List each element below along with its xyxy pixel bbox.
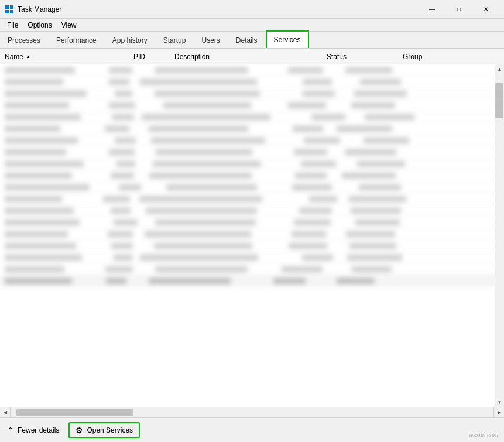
svg-rect-3 <box>10 10 13 13</box>
close-button[interactable]: ✕ <box>472 0 499 19</box>
svg-rect-1 <box>10 5 13 9</box>
tab-details[interactable]: Details <box>228 32 265 48</box>
table-row <box>0 205 504 217</box>
svg-rect-0 <box>5 5 9 9</box>
col-name-label: Name <box>5 53 23 61</box>
watermark: wsxdn.com <box>469 432 498 438</box>
window-title: Task Manager <box>18 5 419 13</box>
footer: ⌃ Fewer details ⚙ Open Services wsxdn.co… <box>0 417 504 442</box>
fewer-details-button[interactable]: ⌃ Fewer details <box>7 426 59 435</box>
horizontal-scrollbar[interactable]: ◀ ▶ <box>0 407 504 417</box>
svg-rect-2 <box>5 10 9 13</box>
table-row <box>0 88 504 100</box>
services-table[interactable]: ▲ ▼ <box>0 64 504 407</box>
table-row <box>0 146 504 158</box>
table-row <box>0 64 504 76</box>
title-bar: Task Manager — □ ✕ <box>0 0 504 19</box>
table-row <box>0 217 504 228</box>
tab-startup[interactable]: Startup <box>156 32 194 48</box>
col-group-label: Group <box>403 53 422 61</box>
table-row <box>0 123 504 135</box>
tab-bar: Processes Performance App history Startu… <box>0 32 504 49</box>
fewer-details-label: Fewer details <box>18 426 59 434</box>
table-row <box>0 76 504 88</box>
col-pid-label: PID <box>133 53 145 61</box>
tab-performance[interactable]: Performance <box>49 32 104 48</box>
maximize-button[interactable]: □ <box>445 0 472 19</box>
column-headers: Name ▲ PID Description Status Group <box>0 49 504 64</box>
table-row <box>0 111 504 123</box>
table-row <box>0 193 504 205</box>
open-services-button[interactable]: ⚙ Open Services <box>68 422 140 438</box>
col-header-status[interactable]: Status <box>324 53 400 61</box>
col-header-name[interactable]: Name ▲ <box>2 53 131 61</box>
main-container: Processes Performance App history Startu… <box>0 32 504 442</box>
tab-services[interactable]: Services <box>266 30 309 48</box>
open-services-label: Open Services <box>87 426 133 434</box>
table-row <box>0 240 504 252</box>
col-header-description[interactable]: Description <box>172 53 324 61</box>
table-row <box>0 135 504 146</box>
menu-file[interactable]: File <box>2 20 23 30</box>
minimize-button[interactable]: — <box>419 0 445 19</box>
table-row <box>0 181 504 193</box>
table-row <box>0 100 504 111</box>
table-row <box>0 170 504 181</box>
tab-users[interactable]: Users <box>194 32 227 48</box>
table-row <box>0 263 504 275</box>
menu-view[interactable]: View <box>57 20 81 30</box>
tab-app-history[interactable]: App history <box>105 32 155 48</box>
col-desc-label: Description <box>174 53 210 61</box>
hscroll-track[interactable] <box>11 407 493 417</box>
content-area: Name ▲ PID Description Status Group ▲ <box>0 49 504 417</box>
col-status-label: Status <box>327 53 347 61</box>
scroll-left-arrow[interactable]: ◀ <box>0 407 11 418</box>
menu-bar: File Options View <box>0 19 504 32</box>
scroll-right-arrow[interactable]: ▶ <box>493 407 504 418</box>
col-header-group[interactable]: Group <box>400 53 488 61</box>
hscroll-thumb[interactable] <box>16 409 133 416</box>
table-row <box>0 275 504 287</box>
tab-processes[interactable]: Processes <box>0 32 48 48</box>
open-services-icon: ⚙ <box>76 426 83 435</box>
col-name-sort-icon: ▲ <box>26 54 30 59</box>
app-icon <box>5 5 14 14</box>
table-row <box>0 228 504 240</box>
menu-options[interactable]: Options <box>23 20 56 30</box>
table-rows-blurred <box>0 64 504 407</box>
window-controls: — □ ✕ <box>419 0 499 19</box>
col-header-pid[interactable]: PID <box>131 53 172 61</box>
fewer-details-icon: ⌃ <box>7 426 14 435</box>
table-row <box>0 158 504 170</box>
table-row <box>0 252 504 263</box>
